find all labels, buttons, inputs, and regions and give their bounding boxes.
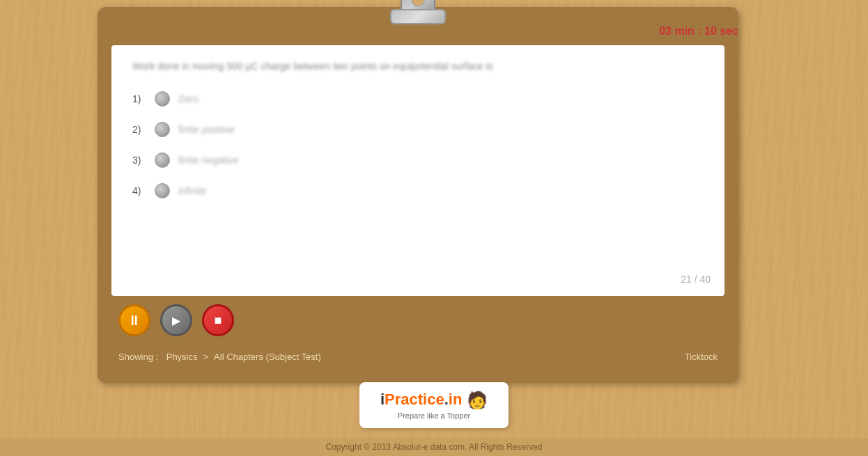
clip-hole <box>411 0 425 7</box>
logo-area: iPractice.in 🧑 Prepare like a Topper <box>359 382 509 428</box>
option-text-3: finite negative <box>178 155 238 166</box>
showing-info: Showing : Physics > All Chapters (Subjec… <box>118 352 321 362</box>
stop-button[interactable] <box>202 304 234 336</box>
subject-label: Physics <box>166 352 198 362</box>
radio-option-4[interactable] <box>155 183 170 198</box>
timer-display: 03 min : 10 sec <box>652 21 745 42</box>
pause-button[interactable] <box>118 304 150 336</box>
option-number-4: 4) <box>132 185 146 196</box>
controls-bar <box>98 296 738 345</box>
option-number-2: 2) <box>132 124 146 135</box>
question-counter: 21 / 40 <box>681 274 711 285</box>
option-number-3: 3) <box>132 155 146 166</box>
radio-option-1[interactable] <box>155 91 170 107</box>
option-text-2: finite positive <box>178 124 235 135</box>
showing-label: Showing : <box>118 352 158 362</box>
clip-bottom <box>390 9 446 24</box>
brand-label: Ticktock <box>685 352 718 362</box>
clipboard-board: 03 min : 10 sec Work done in moving 500 … <box>98 7 738 383</box>
logo-text: iPractice.in 🧑 <box>380 391 488 410</box>
option-row-3[interactable]: 3) finite negative <box>132 152 704 168</box>
copyright-bar: Copyright © 2013 Absolut-e data com. All… <box>0 438 868 456</box>
option-text-1: Zero <box>178 93 199 104</box>
radio-option-3[interactable] <box>155 152 170 168</box>
option-row-2[interactable]: 2) finite positive <box>132 122 704 137</box>
footer-bar: Showing : Physics > All Chapters (Subjec… <box>98 345 738 369</box>
option-row-4[interactable]: 4) infinite <box>132 183 704 198</box>
radio-option-2[interactable] <box>155 122 170 137</box>
next-button[interactable] <box>160 304 192 336</box>
option-number-1: 1) <box>132 93 146 104</box>
option-row-1[interactable]: 1) Zero <box>132 91 704 107</box>
clipboard-clip <box>390 0 446 31</box>
option-text-4: infinite <box>178 185 206 196</box>
logo-domain: in <box>449 391 463 408</box>
timer-area: 03 min : 10 sec <box>652 21 745 42</box>
logo-figure-icon: 🧑 <box>462 391 488 409</box>
breadcrumb-separator: > <box>203 352 209 362</box>
question-paper: Work done in moving 500 µC charge betwee… <box>111 45 724 296</box>
logo-practice: Practice <box>385 391 444 408</box>
copyright-text: Copyright © 2013 Absolut-e data com. All… <box>325 442 542 452</box>
chapter-label: All Chapters (Subject Test) <box>214 352 321 362</box>
question-text: Work done in moving 500 µC charge betwee… <box>132 59 704 74</box>
logo-tagline: Prepare like a Topper <box>380 411 488 420</box>
